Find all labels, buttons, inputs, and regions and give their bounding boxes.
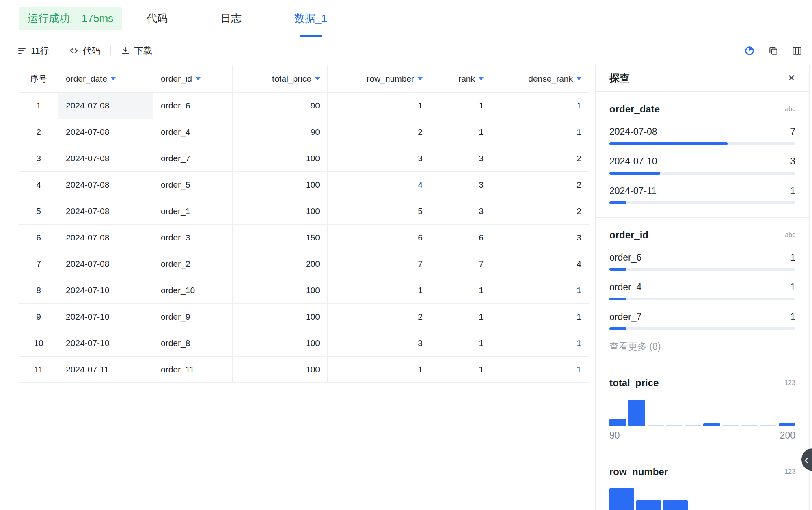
copy-icon[interactable] — [768, 45, 779, 56]
sort-caret-icon[interactable] — [196, 77, 201, 80]
cell-row_number[interactable]: 3 — [328, 145, 430, 172]
cell-total_price[interactable]: 100 — [233, 277, 328, 304]
sort-caret-icon[interactable] — [479, 77, 484, 80]
cell-order_date[interactable]: 2024-07-08 — [58, 93, 153, 119]
category-item[interactable]: order_41 — [609, 281, 795, 300]
column-header-rank[interactable]: rank — [430, 65, 491, 93]
view-more-link[interactable]: 查看更多 (8) — [609, 341, 795, 352]
cell-order_id[interactable]: order_5 — [153, 172, 233, 198]
cell-rank[interactable]: 1 — [430, 304, 491, 330]
cell-dense_rank[interactable]: 4 — [491, 251, 589, 277]
cell-rank[interactable]: 7 — [430, 251, 491, 277]
cell-dense_rank[interactable]: 3 — [491, 225, 589, 251]
columns-icon[interactable] — [792, 45, 802, 56]
cell-row_number[interactable]: 1 — [328, 277, 430, 304]
cell-dense_rank[interactable]: 2 — [491, 172, 589, 198]
cell-seq[interactable]: 9 — [19, 304, 58, 330]
cell-dense_rank[interactable]: 1 — [491, 277, 589, 304]
cell-order_id[interactable]: order_7 — [153, 145, 233, 172]
cell-order_id[interactable]: order_6 — [153, 93, 233, 119]
cell-order_id[interactable]: order_11 — [153, 357, 233, 383]
sort-caret-icon[interactable] — [111, 77, 116, 80]
column-header-total_price[interactable]: total_price — [233, 65, 328, 93]
cell-seq[interactable]: 2 — [19, 119, 58, 145]
cell-row_number[interactable]: 4 — [328, 172, 430, 198]
category-item[interactable]: 2024-07-103 — [609, 156, 795, 175]
cell-order_date[interactable]: 2024-07-08 — [58, 251, 153, 277]
cell-seq[interactable]: 5 — [19, 198, 58, 225]
cell-seq[interactable]: 11 — [19, 357, 58, 383]
tab-code[interactable]: 代码 — [147, 0, 168, 37]
cell-rank[interactable]: 3 — [430, 145, 491, 172]
cell-order_id[interactable]: order_2 — [153, 251, 233, 277]
cell-order_date[interactable]: 2024-07-08 — [58, 225, 153, 251]
cell-dense_rank[interactable]: 1 — [491, 93, 589, 119]
cell-seq[interactable]: 1 — [19, 93, 58, 119]
cell-rank[interactable]: 6 — [430, 225, 491, 251]
category-item[interactable]: order_71 — [609, 311, 795, 330]
insight-chart-icon[interactable] — [744, 45, 755, 56]
cell-total_price[interactable]: 100 — [233, 198, 328, 225]
cell-rank[interactable]: 1 — [430, 277, 491, 304]
cell-total_price[interactable]: 100 — [233, 304, 328, 330]
cell-row_number[interactable]: 1 — [328, 357, 430, 383]
cell-total_price[interactable]: 100 — [233, 330, 328, 357]
tab-logs[interactable]: 日志 — [220, 0, 242, 37]
cell-rank[interactable]: 1 — [430, 357, 491, 383]
cell-dense_rank[interactable]: 1 — [491, 304, 589, 330]
cell-order_date[interactable]: 2024-07-10 — [58, 277, 153, 304]
cell-row_number[interactable]: 5 — [328, 198, 430, 225]
cell-order_id[interactable]: order_8 — [153, 330, 233, 357]
cell-order_date[interactable]: 2024-07-08 — [58, 145, 153, 172]
close-icon[interactable]: ✕ — [788, 73, 795, 84]
cell-dense_rank[interactable]: 1 — [491, 330, 589, 357]
cell-order_id[interactable]: order_10 — [153, 277, 233, 304]
cell-total_price[interactable]: 90 — [233, 93, 328, 119]
cell-row_number[interactable]: 7 — [328, 251, 430, 277]
cell-total_price[interactable]: 100 — [233, 145, 328, 172]
cell-rank[interactable]: 3 — [430, 198, 491, 225]
cell-row_number[interactable]: 3 — [328, 330, 430, 357]
cell-row_number[interactable]: 2 — [328, 304, 430, 330]
cell-seq[interactable]: 4 — [19, 172, 58, 198]
cell-row_number[interactable]: 2 — [328, 119, 430, 145]
category-item[interactable]: 2024-07-087 — [609, 126, 795, 145]
tab-data-1[interactable]: 数据_1 — [294, 0, 327, 37]
column-header-dense_rank[interactable]: dense_rank — [491, 65, 589, 93]
sort-caret-icon[interactable] — [418, 77, 423, 80]
cell-rank[interactable]: 1 — [430, 93, 491, 119]
cell-seq[interactable]: 8 — [19, 277, 58, 304]
cell-order_date[interactable]: 2024-07-08 — [58, 119, 153, 145]
cell-total_price[interactable]: 90 — [233, 119, 328, 145]
cell-seq[interactable]: 6 — [19, 225, 58, 251]
sort-caret-icon[interactable] — [577, 77, 581, 80]
cell-rank[interactable]: 3 — [430, 172, 491, 198]
sort-caret-icon[interactable] — [315, 77, 320, 80]
cell-rank[interactable]: 1 — [430, 119, 491, 145]
code-button[interactable]: 代码 — [69, 45, 101, 57]
cell-total_price[interactable]: 200 — [233, 251, 328, 277]
cell-total_price[interactable]: 100 — [233, 172, 328, 198]
cell-dense_rank[interactable]: 2 — [491, 198, 589, 225]
cell-seq[interactable]: 3 — [19, 145, 58, 172]
cell-order_date[interactable]: 2024-07-10 — [58, 330, 153, 357]
cell-order_date[interactable]: 2024-07-10 — [58, 304, 153, 330]
cell-order_date[interactable]: 2024-07-08 — [58, 198, 153, 225]
cell-order_id[interactable]: order_9 — [153, 304, 233, 330]
category-item[interactable]: 2024-07-111 — [609, 185, 795, 204]
cell-order_id[interactable]: order_1 — [153, 198, 233, 225]
cell-order_date[interactable]: 2024-07-08 — [58, 172, 153, 198]
download-button[interactable]: 下载 — [121, 45, 152, 57]
cell-total_price[interactable]: 150 — [233, 225, 328, 251]
cell-dense_rank[interactable]: 1 — [491, 357, 589, 383]
cell-seq[interactable]: 7 — [19, 251, 58, 277]
cell-order_id[interactable]: order_4 — [153, 119, 233, 145]
cell-dense_rank[interactable]: 1 — [491, 119, 589, 145]
cell-order_date[interactable]: 2024-07-11 — [58, 357, 153, 383]
cell-seq[interactable]: 10 — [19, 330, 58, 357]
cell-row_number[interactable]: 6 — [328, 225, 430, 251]
column-header-row_number[interactable]: row_number — [328, 65, 430, 93]
column-header-order_id[interactable]: order_id — [153, 65, 233, 93]
cell-total_price[interactable]: 100 — [233, 357, 328, 383]
cell-rank[interactable]: 1 — [430, 330, 491, 357]
